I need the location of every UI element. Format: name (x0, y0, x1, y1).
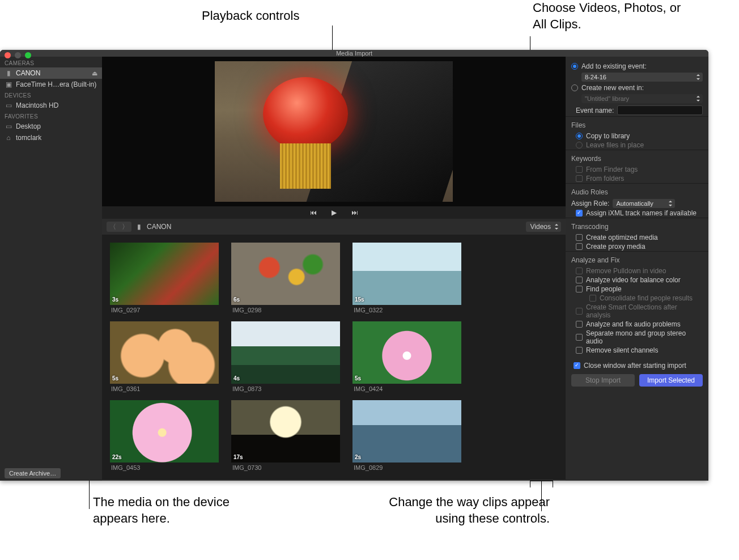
callout-bracket (530, 481, 530, 487)
clip-name: IMG_0361 (110, 384, 219, 398)
check-find-people[interactable] (576, 286, 583, 292)
check-optimized-media[interactable] (576, 234, 583, 241)
minimize-window-icon[interactable] (15, 52, 21, 58)
browser-crumb: CANON (147, 223, 171, 231)
clip-name: IMG_0730 (231, 463, 340, 477)
disk-icon: ▭ (5, 101, 12, 109)
section-keywords: Keywords (566, 150, 708, 165)
clip-item[interactable]: 3sIMG_0297 (110, 243, 219, 319)
callout-views: Change the way clips appear using these … (363, 494, 550, 527)
clip-duration: 4s (233, 375, 240, 381)
zoom-window-icon[interactable] (25, 52, 31, 58)
sidebar-item-tomclark[interactable]: ⌂ tomclark (0, 132, 102, 143)
preview-area (102, 57, 566, 206)
sidebar-label: CANON (16, 69, 40, 77)
clip-duration: 15s (355, 296, 364, 303)
label: Create new event in: (581, 84, 644, 92)
callout-bracket (530, 481, 553, 481)
next-clip-icon[interactable]: ⏭ (351, 209, 358, 217)
section-audio-roles: Audio Roles (566, 183, 708, 198)
clip-item[interactable]: 22sIMG_0453 (110, 400, 219, 477)
close-window-icon[interactable] (5, 52, 11, 58)
import-options: Add to existing event: 8-24-16 Create ne… (566, 57, 708, 481)
section-analyze: Analyze and Fix (566, 251, 708, 266)
clip-name: IMG_0322 (352, 305, 461, 319)
stop-import-button[interactable]: Stop Import (571, 374, 635, 387)
clip-item[interactable]: 17sIMG_0730 (231, 400, 340, 477)
sidebar-item-facetime[interactable]: ▣ FaceTime H…era (Built-in) (0, 79, 102, 90)
check-from-folders (576, 175, 583, 182)
label: From folders (586, 175, 624, 183)
check-close-after-import[interactable] (574, 362, 580, 369)
label: Add to existing event: (581, 62, 647, 70)
browser-header: 〈 〉 ▮ CANON Videos (102, 219, 566, 235)
label: Create proxy media (586, 243, 645, 251)
clip-item[interactable]: 6sIMG_0298 (231, 243, 340, 319)
clip-item[interactable]: 4sIMG_0873 (231, 321, 340, 398)
check-proxy-media[interactable] (576, 243, 583, 250)
playback-controls: ⏮ ▶ ⏭ (102, 206, 566, 219)
radio-copy-to-library[interactable] (576, 133, 583, 139)
label: Assign Role: (571, 200, 609, 207)
desktop-icon: ▭ (5, 122, 12, 130)
sidebar-item-canon[interactable]: ▮ CANON ⏏ (0, 67, 102, 79)
statusbar: 1 of 48 selected, 04:20 ☰ ▦ (102, 479, 566, 481)
section-transcoding: Transcoding (566, 218, 708, 233)
check-audio-problems[interactable] (576, 321, 583, 328)
sidebar-header-favorites: FAVORITES (0, 111, 102, 121)
nav-back-icon[interactable]: 〈 (107, 222, 119, 232)
radio-create-new[interactable] (571, 84, 578, 91)
clip-name: IMG_0424 (352, 384, 461, 398)
check-remove-silent[interactable] (576, 347, 583, 354)
radio-add-existing[interactable] (571, 63, 578, 70)
existing-event-select[interactable]: 8-24-16 (581, 73, 703, 82)
sidebar-label: Desktop (16, 122, 41, 130)
filter-dropdown[interactable]: Videos (526, 222, 561, 232)
clip-item[interactable]: 5sIMG_0424 (352, 321, 461, 398)
check-consolidate (589, 295, 596, 302)
label: Analyze video for balance color (586, 276, 681, 284)
label: Close window after starting import (584, 362, 686, 370)
clip-name: IMG_0873 (231, 384, 340, 398)
clip-duration: 17s (233, 454, 243, 460)
clip-item[interactable]: 2sIMG_0829 (352, 400, 461, 477)
media-import-window: Media Import CAMERAS ▮ CANON ⏏ ▣ FaceTim… (0, 50, 708, 481)
play-icon[interactable]: ▶ (332, 209, 337, 217)
create-archive-button[interactable]: Create Archive… (5, 468, 61, 478)
callout-line (541, 481, 542, 511)
sidebar-label: tomclark (16, 134, 41, 142)
nav-forward-icon[interactable]: 〉 (119, 222, 131, 232)
label: Leave files in place (586, 141, 644, 149)
sidebar-item-desktop[interactable]: ▭ Desktop (0, 121, 102, 132)
check-separate-mono[interactable] (576, 334, 583, 341)
import-selected-button[interactable]: Import Selected (639, 374, 703, 387)
prev-clip-icon[interactable]: ⏮ (310, 209, 317, 217)
home-icon: ⌂ (5, 134, 12, 142)
location-icon: ▮ (137, 223, 141, 231)
clip-item[interactable]: 5sIMG_0361 (110, 321, 219, 398)
check-finder-tags (576, 166, 583, 173)
clip-duration: 6s (233, 296, 240, 303)
center-pane: ⏮ ▶ ⏭ 〈 〉 ▮ CANON Videos 3sIMG_0297 (102, 57, 566, 481)
check-ixml[interactable] (576, 210, 583, 217)
clip-name: IMG_0829 (352, 463, 461, 477)
sidebar-header-cameras: CAMERAS (0, 58, 102, 67)
clip-name: IMG_0297 (110, 305, 219, 319)
clip-duration: 5s (355, 375, 361, 381)
clip-duration: 5s (112, 375, 118, 381)
clip-duration: 22s (112, 454, 122, 460)
sidebar-item-macintosh-hd[interactable]: ▭ Macintosh HD (0, 100, 102, 111)
callout-bracket (553, 481, 553, 487)
camera-icon: ▮ (5, 69, 12, 77)
label: From Finder tags (586, 166, 638, 173)
radio-leave-in-place (576, 142, 583, 149)
eject-icon[interactable]: ⏏ (92, 70, 97, 77)
check-analyze-color[interactable] (576, 277, 583, 283)
label: Create Smart Collections after analysis (586, 303, 703, 319)
event-name-field[interactable] (617, 105, 703, 115)
clip-name: IMG_0298 (231, 305, 340, 319)
clip-item[interactable]: 15sIMG_0322 (352, 243, 461, 319)
label: Copy to library (586, 132, 630, 140)
assign-role-select[interactable]: Automatically (613, 199, 675, 208)
callout-playback: Playback controls (202, 8, 299, 24)
